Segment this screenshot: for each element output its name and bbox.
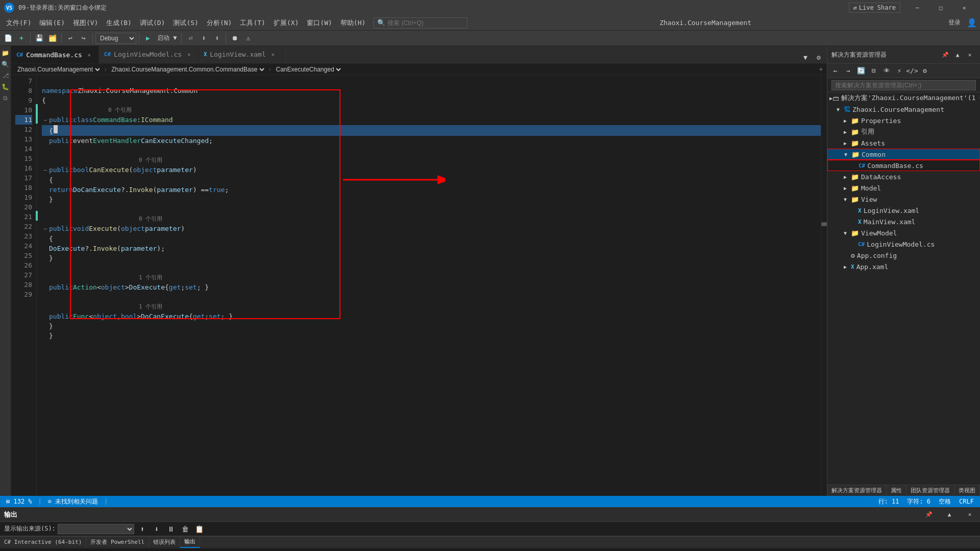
tab-close-loginviewmodel[interactable]: ✕ <box>185 51 193 59</box>
code-content[interactable]: namespace Zhaoxi.CourseManagement.Common… <box>37 75 821 496</box>
output-action-1[interactable]: ⬆ <box>136 523 149 535</box>
tab-settings-icon[interactable]: ⚙ <box>813 51 825 63</box>
se-expand-icon[interactable]: ▲ <box>951 49 964 61</box>
sbt-team-explorer[interactable]: 团队资源管理器 <box>906 485 954 496</box>
status-zoom[interactable]: ⊞ 132 % <box>4 498 34 505</box>
search-activity-icon[interactable]: 🔍 <box>1 59 11 69</box>
se-code-icon[interactable]: </> <box>906 65 918 77</box>
debug-config-dropdown[interactable]: Debug Release <box>95 33 136 44</box>
output-action-3[interactable]: ⏸ <box>165 523 177 535</box>
se-search-input[interactable] <box>831 80 976 90</box>
start-button[interactable]: ▶ <box>142 32 154 44</box>
se-collapse-icon[interactable]: ⊟ <box>868 65 880 77</box>
menu-help[interactable]: 帮助(H) <box>336 16 370 30</box>
breadcrumb-namespace[interactable]: Zhaoxi.CourseManagement.Common.CommandBa… <box>109 65 266 74</box>
redo-icon[interactable]: ↪ <box>78 32 90 44</box>
exception-icon[interactable]: ⚠ <box>242 32 254 44</box>
status-encoding[interactable]: CRLF <box>957 498 976 505</box>
save-icon[interactable]: 💾 <box>33 32 45 44</box>
tree-appconfig[interactable]: ▶ ⚙ App.config <box>827 250 980 261</box>
se-refresh-icon[interactable]: 🔄 <box>855 65 867 77</box>
fold-icon-14[interactable]: − <box>42 165 49 175</box>
menu-extensions[interactable]: 扩展(X) <box>270 16 303 30</box>
se-close-icon[interactable]: ✕ <box>964 49 976 61</box>
tree-properties[interactable]: ▶ 📁 Properties <box>827 115 980 126</box>
code-editor[interactable]: 7 8 9 10 11 12 13 14 15 16 17 18 19 20 2… <box>11 75 827 496</box>
obt-powershell[interactable]: 开发者 PowerShell <box>86 537 149 548</box>
tree-common[interactable]: ▼ 📁 Common <box>827 149 980 160</box>
breadcrumb-project[interactable]: Zhaoxi.CourseManagement <box>15 65 102 74</box>
tree-loginview[interactable]: ▶ X LoginView.xaml <box>827 205 980 216</box>
tree-dataaccess[interactable]: ▶ 📁 DataAccess <box>827 171 980 182</box>
output-pin-icon[interactable]: 📌 <box>923 509 935 521</box>
output-expand-icon[interactable]: ▲ <box>943 509 955 521</box>
breadcrumb-add-icon[interactable]: + <box>819 66 823 73</box>
sbt-properties[interactable]: 属性 <box>887 485 906 496</box>
start-label[interactable]: 启动 ▼ <box>155 32 179 44</box>
menu-view[interactable]: 视图(V) <box>69 16 102 30</box>
breadcrumb-project-select[interactable]: Zhaoxi.CourseManagement <box>15 65 102 74</box>
tree-references[interactable]: ▶ 📁 引用 <box>827 126 980 137</box>
maximize-button[interactable]: □ <box>929 0 952 15</box>
status-col[interactable]: 字符: 6 <box>905 497 933 506</box>
menu-debug[interactable]: 调试(D) <box>136 16 169 30</box>
tab-loginview[interactable]: X LoginView.xaml ✕ <box>199 46 283 63</box>
menu-build[interactable]: 生成(B) <box>102 16 135 30</box>
save-all-icon[interactable]: 🗂️ <box>46 32 59 44</box>
add-icon[interactable]: + <box>15 32 28 44</box>
tab-commandbase[interactable]: C# CommandBase.cs ✕ <box>11 46 99 63</box>
status-line[interactable]: 行: 11 <box>876 497 901 506</box>
se-back-icon[interactable]: ← <box>829 65 842 77</box>
tree-assets[interactable]: ▶ 📁 Assets <box>827 137 980 149</box>
obt-errors[interactable]: 错误列表 <box>149 537 180 548</box>
obt-output[interactable]: 输出 <box>180 537 200 548</box>
step-into-icon[interactable]: ⬇ <box>198 32 210 44</box>
search-input[interactable] <box>387 19 464 27</box>
sbt-solution-explorer[interactable]: 解决方案资源管理器 <box>827 485 887 496</box>
tree-project[interactable]: ▼ 🏗 Zhaoxi.CourseManagement <box>827 104 980 115</box>
extensions-activity-icon[interactable]: ⧉ <box>1 93 11 103</box>
minimize-button[interactable]: ─ <box>905 0 929 15</box>
output-source-select[interactable] <box>58 524 134 534</box>
new-project-icon[interactable]: 📄 <box>2 32 14 44</box>
user-icon[interactable]: 👤 <box>966 17 978 29</box>
undo-icon[interactable]: ↩ <box>64 32 77 44</box>
tab-list-icon[interactable]: ▼ <box>799 51 812 63</box>
tab-close-commandbase[interactable]: ✕ <box>85 51 93 59</box>
obt-interactive[interactable]: C# Interactive (64-bit) <box>0 537 86 548</box>
output-action-4[interactable]: 🗑 <box>179 523 191 535</box>
login-button[interactable]: 登录 <box>943 17 966 28</box>
menu-file[interactable]: 文件(F) <box>2 16 35 30</box>
output-close-icon[interactable]: ✕ <box>964 509 976 521</box>
step-out-icon[interactable]: ⬆ <box>211 32 223 44</box>
se-forward-icon[interactable]: → <box>842 65 854 77</box>
breadcrumb-member-select[interactable]: CanExecuteChanged <box>274 65 342 74</box>
step-over-icon[interactable]: ⏎ <box>184 32 197 44</box>
close-button[interactable]: ✕ <box>952 0 976 15</box>
tab-loginviewmodel[interactable]: C# LoginViewModel.cs ✕ <box>99 46 199 63</box>
se-filter-icon[interactable]: ⚡ <box>893 65 905 77</box>
minimap[interactable] <box>821 75 827 496</box>
debug-activity-icon[interactable]: 🐛 <box>1 82 11 92</box>
status-problems[interactable]: ⊙ 未找到相关问题 <box>46 497 100 506</box>
tree-appxaml[interactable]: ▶ X App.xaml <box>827 261 980 272</box>
git-icon[interactable]: ⎇ <box>1 70 11 81</box>
tree-solution[interactable]: ▶ 🗃 解决方案'Zhaoxi.CourseManagement'(1 个项目) <box>827 92 980 104</box>
output-action-5[interactable]: 📋 <box>193 523 206 535</box>
fold-icon-19[interactable]: − <box>42 224 49 234</box>
tree-view[interactable]: ▼ 📁 View <box>827 194 980 205</box>
breadcrumb-member[interactable]: CanExecuteChanged <box>274 65 342 74</box>
explorer-icon[interactable]: 📁 <box>1 48 11 58</box>
breakpoint-icon[interactable]: ⏺ <box>229 32 241 44</box>
scrollbar-thumb[interactable] <box>821 222 827 226</box>
live-share-button[interactable]: ⇄ Live Share <box>849 3 900 13</box>
se-props-icon[interactable]: ⚙ <box>919 65 931 77</box>
menu-analyze[interactable]: 分析(N) <box>203 16 236 30</box>
menu-window[interactable]: 窗口(W) <box>303 16 336 30</box>
tree-loginviewmodel[interactable]: ▶ C# LoginViewModel.cs <box>827 238 980 250</box>
se-show-all-icon[interactable]: 👁 <box>880 65 893 77</box>
menu-tools[interactable]: 工具(T) <box>236 16 269 30</box>
menu-test[interactable]: 测试(S) <box>169 16 202 30</box>
menu-edit[interactable]: 编辑(E) <box>35 16 68 30</box>
se-pin-icon[interactable]: 📌 <box>939 49 951 61</box>
